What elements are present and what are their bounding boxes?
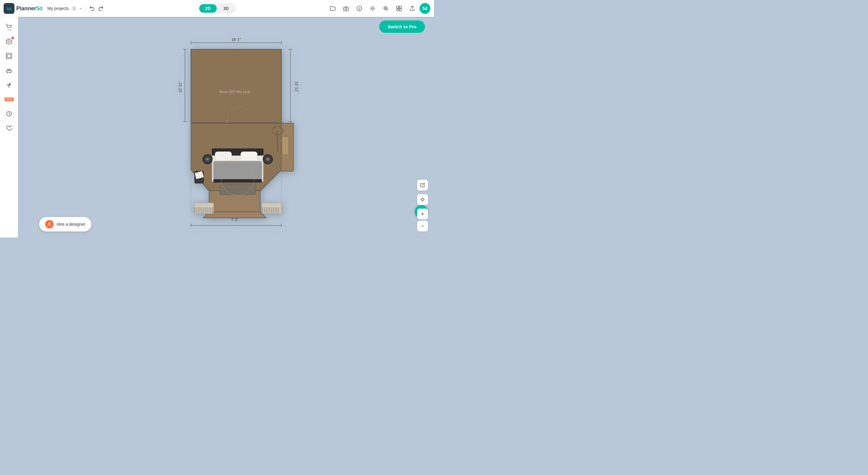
svg-rect-16 — [7, 55, 10, 58]
info-button[interactable] — [353, 2, 365, 14]
svg-point-12 — [10, 30, 11, 30]
logo-text: Planner5d — [16, 5, 42, 12]
redo-button[interactable] — [96, 4, 105, 13]
nav-right: 5d — [327, 2, 430, 14]
svg-point-11 — [8, 30, 9, 30]
svg-point-5 — [372, 7, 373, 9]
project-name: My projects — [47, 6, 69, 11]
svg-rect-51 — [215, 151, 232, 161]
svg-point-96 — [421, 198, 424, 201]
external-link-button[interactable] — [417, 180, 428, 191]
zoom-search-button[interactable] — [380, 2, 392, 14]
sidebar-item-furniture[interactable] — [2, 64, 16, 77]
view-2d-button[interactable]: 2D — [199, 4, 217, 13]
switch-to-pro-button[interactable]: Switch to Pro — [379, 21, 425, 33]
undo-button[interactable] — [87, 4, 96, 13]
grid-button[interactable] — [393, 2, 405, 14]
folder-button[interactable] — [327, 2, 339, 14]
settings-button[interactable] — [367, 2, 378, 14]
zoom-out-button[interactable]: − — [417, 220, 428, 232]
view-toggle: 2D 3D — [198, 3, 236, 13]
svg-text:7' 3": 7' 3" — [231, 217, 238, 222]
sidebar: NEW — [0, 17, 18, 238]
nav-project: My projects 1 ▼ — [47, 6, 82, 11]
logo-icon: 5d — [4, 3, 14, 14]
svg-point-60 — [267, 158, 269, 160]
sidebar-item-walls[interactable] — [2, 49, 16, 63]
new-badge-label: NEW — [4, 98, 14, 101]
svg-rect-7 — [397, 6, 399, 8]
floorplan-wrapper: 16' 1" 12' 11" 12' 11" 7' 3" 16' 9" — [173, 34, 300, 228]
sidebar-item-objects[interactable] — [2, 35, 16, 48]
svg-point-3 — [345, 8, 347, 10]
svg-rect-52 — [241, 151, 257, 161]
svg-text:5d: 5d — [7, 7, 11, 11]
svg-text:12' 11": 12' 11" — [294, 81, 299, 93]
sidebar-item-new[interactable]: NEW — [2, 93, 16, 106]
chevron-down-icon: ▼ — [79, 7, 82, 10]
svg-rect-9 — [397, 9, 399, 11]
svg-rect-54 — [214, 179, 262, 182]
project-counter: 1 — [71, 6, 77, 11]
svg-text:12' 11": 12' 11" — [178, 81, 182, 93]
svg-text:16' 1": 16' 1" — [232, 37, 241, 41]
svg-marker-13 — [6, 39, 12, 44]
sidebar-item-cart[interactable] — [2, 21, 16, 34]
svg-rect-15 — [6, 53, 12, 59]
svg-line-65 — [277, 130, 278, 151]
hire-designer-icon — [45, 220, 54, 229]
svg-point-57 — [207, 158, 209, 160]
svg-rect-8 — [399, 6, 401, 8]
sidebar-item-history[interactable] — [2, 107, 16, 121]
crosshair-button[interactable] — [417, 194, 428, 205]
svg-text:16' 9": 16' 9" — [232, 226, 241, 227]
sidebar-item-plants[interactable] — [2, 78, 16, 92]
svg-marker-14 — [7, 41, 10, 42]
svg-text:Room (207.091 sq ft): Room (207.091 sq ft) — [219, 90, 250, 93]
canvas-area[interactable]: 16' 1" 12' 11" 12' 11" 7' 3" 16' 9" — [18, 17, 434, 238]
svg-rect-10 — [399, 9, 401, 11]
share-button[interactable] — [406, 2, 418, 14]
camera-button[interactable] — [340, 2, 352, 14]
topbar: 5d Planner5d My projects 1 ▼ 2D 3D — [0, 0, 434, 17]
zoom-controls: + − — [417, 180, 428, 232]
nav-divider — [85, 5, 85, 12]
svg-rect-18 — [7, 69, 10, 70]
sidebar-item-favorites[interactable] — [2, 122, 16, 135]
svg-point-95 — [49, 223, 50, 224]
svg-rect-67 — [282, 136, 289, 155]
hire-designer-label: Hire a designer — [57, 222, 85, 227]
svg-rect-42 — [191, 49, 281, 123]
floorplan-svg[interactable]: 16' 1" 12' 11" 12' 11" 7' 3" 16' 9" — [173, 34, 300, 227]
svg-rect-53 — [214, 161, 262, 180]
zoom-in-button[interactable]: + — [417, 209, 428, 219]
view-3d-button[interactable]: 3D — [217, 4, 235, 13]
avatar-button[interactable]: 5d — [420, 3, 430, 14]
svg-rect-2 — [344, 7, 348, 11]
logo: 5d Planner5d — [4, 3, 42, 14]
view-toggle-group: 2D 3D — [198, 3, 236, 13]
hire-designer-button[interactable]: Hire a designer — [39, 217, 91, 232]
